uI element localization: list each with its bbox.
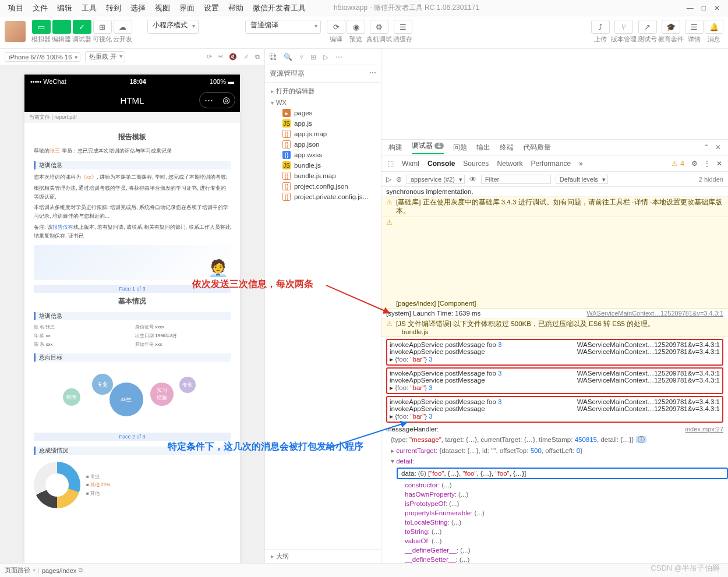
upload-button[interactable]: ⤴上传 [591,20,610,44]
menu-item[interactable]: 文件 [28,3,52,13]
play-icon[interactable]: ▷ [386,175,391,183]
detail-button[interactable]: ☰详情 [685,20,704,44]
tab-issues[interactable]: 问题 [453,143,467,153]
simulator-button[interactable]: ▭模拟器 [31,20,51,44]
menu-item[interactable]: 转到 [101,3,126,13]
debug-icon[interactable]: ▷ [323,53,328,61]
chevron-up-icon[interactable]: ⌃ [704,143,709,151]
split-icon[interactable]: ⫽ [243,53,249,61]
copy-icon[interactable]: ⧉ [79,567,83,574]
close-icon[interactable]: ✕ [714,4,720,12]
menu-item[interactable]: 微信开发者工具 [248,3,310,13]
menu-item[interactable]: 编辑 [52,3,77,13]
preview-button[interactable]: ◉预览 [347,20,365,44]
root-folder[interactable]: WX [265,97,381,108]
tab-network[interactable]: Network [497,160,522,168]
footer: 页面路径 ▾ | pages/index ⧉ [0,563,728,577]
section-header: 培训信息 [34,312,231,320]
menu-item[interactable]: 视图 [150,3,175,13]
more-icon[interactable]: ⋯ [369,69,376,79]
device-select[interactable]: iPhone 6/7/8 100% 16 [5,52,80,62]
inspect-icon[interactable]: ⬚ [387,160,394,168]
menu-item[interactable]: 项目 [3,3,28,13]
edu-button[interactable]: 🎓教育套件 [658,20,684,44]
close-icon[interactable]: ✕ [715,143,721,151]
donut-chart [34,462,80,508]
console-row: [pages/index] [Component] : canvas 2d 接口… [381,217,728,309]
visualize-button[interactable]: ⊞可视化 [93,20,112,44]
pager: Face 2 of 3 [34,433,231,441]
tab-build[interactable]: 构建 [388,143,402,153]
tab-output[interactable]: 输出 [476,143,490,153]
sound-icon[interactable]: 🔇 [229,53,237,61]
cut-icon[interactable]: ✂ [218,53,223,61]
compile-button[interactable]: ⟳编译 [327,20,345,44]
search-icon[interactable]: 🔍 [284,53,292,61]
tree-item[interactable]: JSapp.js [265,118,381,129]
branch-icon[interactable]: ⑂ [299,53,303,61]
tree-item[interactable]: {}project.private.config.js... [265,192,381,202]
capsule-menu-icon[interactable]: ⋯ [200,93,217,108]
pop-icon[interactable]: ⧉ [255,53,260,61]
data-array-highlight: data: (6) ["foo", {…}, "foo", {…}, "foo"… [397,468,728,479]
more-icon[interactable]: ⋯ [335,53,342,61]
tab-console[interactable]: Console [427,160,455,168]
kebab-icon[interactable]: ⋮ [704,160,711,168]
rotate-icon[interactable]: ⟳ [207,53,212,61]
menu-item[interactable]: 设置 [199,3,224,13]
menu-item[interactable]: 工具 [77,3,101,13]
section-header: 总成绩情况 [34,447,231,455]
outline-section[interactable]: 大纲 [265,549,381,563]
hot-reload[interactable]: 热重载 开 [85,51,125,62]
test-acct-button[interactable]: ↗测试号 [638,20,657,44]
hidden-count[interactable]: 2 hidden [699,176,723,183]
editor-button[interactable]: 编辑器 [52,20,71,44]
compile-select[interactable]: 普通编译 [245,20,321,34]
tab-performance[interactable]: Performance [531,160,571,168]
real-debug-button[interactable]: ⚙真机调试 [366,20,392,44]
cloud-button[interactable]: ☁云开发 [113,20,132,44]
avatar[interactable] [5,21,26,42]
explorer-title: 资源管理器 [270,69,305,79]
opened-editors[interactable]: 打开的编辑器 [265,85,381,97]
tree-item[interactable]: {}app.js.map [265,129,381,139]
minimize-icon[interactable]: — [687,4,694,12]
debugger-button[interactable]: ✓调试器 [72,20,91,44]
ext-icon[interactable]: ⊞ [310,53,316,61]
maximize-icon[interactable]: □ [702,4,706,12]
tab-wxml[interactable]: Wxml [402,160,419,168]
tree-item[interactable]: ▸pages [265,108,381,118]
watermark: CSDN @半吊子伯爵 [651,563,720,574]
levels-select[interactable]: Default levels [556,175,608,184]
eye-icon[interactable]: 👁 [469,175,476,183]
tab-terminal[interactable]: 终端 [500,143,514,153]
illustration [34,245,231,280]
section-header: 意向目标 [34,353,231,362]
menu-item[interactable]: 界面 [175,3,199,13]
filter-input[interactable] [481,175,551,184]
tree-item[interactable]: {}app.json [265,139,381,150]
page-path: pages/index [42,567,76,574]
tree-item[interactable]: JSbundle.js [265,160,381,171]
clear-cache-button[interactable]: ☰清缓存 [393,20,412,44]
gear-icon[interactable]: ⚙ [691,160,698,168]
mode-select[interactable]: 小程序模式 [147,20,199,34]
tab-quality[interactable]: 代码质量 [523,143,551,153]
tree-item[interactable]: {}project.config.json [265,181,381,192]
capsule-close-icon[interactable]: ◎ [217,93,235,108]
clear-icon[interactable]: ⊘ [396,175,402,183]
tree-item[interactable]: {}app.wxss [265,150,381,160]
version-button[interactable]: ⑂版本管理 [611,20,637,44]
tab-debugger[interactable]: 调试器 4 [412,141,444,154]
tab-sources[interactable]: Sources [463,160,489,168]
more-tabs-icon[interactable]: » [579,160,583,168]
doc-title: 报告模板 [34,132,231,142]
files-icon[interactable]: ⿻ [270,53,277,61]
tree-item[interactable]: {}bundle.js.map [265,171,381,181]
close-icon[interactable]: ✕ [716,160,722,168]
warn-icon: ⚠ [672,160,678,168]
menu-item[interactable]: 帮助 [224,3,248,13]
context-select[interactable]: appservice (#2) [407,175,465,184]
msg-button[interactable]: 🔔消息 [705,20,723,44]
menu-item[interactable]: 选择 [126,3,150,13]
